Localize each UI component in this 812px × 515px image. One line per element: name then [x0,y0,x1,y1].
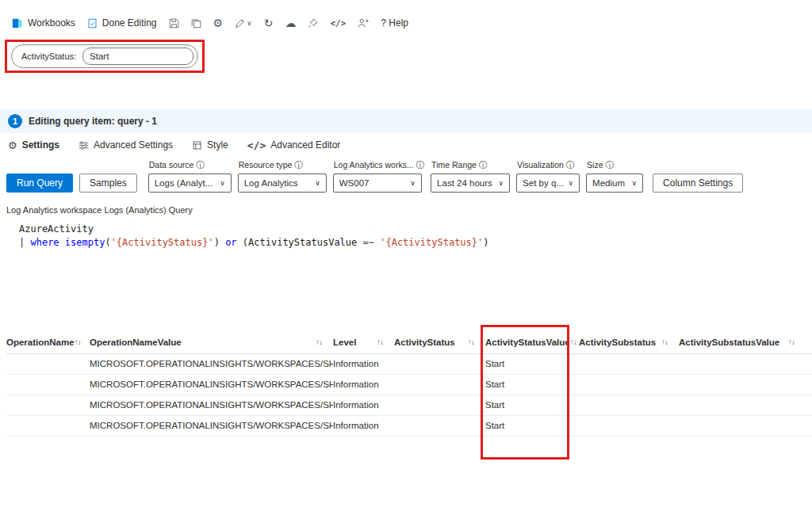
cell-operation_name_value: MICROSOFT.OPERATIONALINSIGHTS/WORKSPACES… [90,395,333,415]
query-item-header: 1 Editing query item: query - 1 [0,109,812,133]
cell-operation_name [6,354,90,374]
time-range-dropdown[interactable]: Last 24 hours ∨ [431,174,510,193]
results-grid: OperationName↑↓OperationNameValue↑↓Level… [0,330,812,437]
cell-activity_status_value: Start [485,375,579,395]
code-icon: </> [247,140,266,151]
cell-activity_substatus_value [679,354,806,374]
pin-icon[interactable] [308,18,318,29]
activity-status-input[interactable] [82,48,193,65]
tab-advanced-settings[interactable]: Advanced Settings [79,139,173,151]
cell-activity_status [394,395,485,415]
activity-status-parameter[interactable]: ActivityStatus: [11,44,198,68]
cell-activity_substatus [579,375,679,395]
cell-activity_status [394,375,485,395]
done-editing-label: Done Editing [102,17,157,29]
column-header-activitystatusvalue[interactable]: ActivityStatusValue↑↓ [485,338,579,347]
workbooks-label: Workbooks [28,17,75,29]
column-header-label: Level [333,338,356,347]
chevron-down-icon: ∨ [247,20,252,27]
samples-button[interactable]: Samples [79,174,137,193]
query-code[interactable]: AzureActivity | where isempty('{Activity… [0,223,812,254]
done-editing-button[interactable]: Done Editing [87,17,157,29]
cell-activity_substatus_value [679,375,806,395]
edit-pencil-dropdown[interactable]: ∨ [235,18,252,29]
cell-activity_substatus [579,395,679,415]
column-header-label: ActivityStatusValue [485,338,570,347]
field-time-range: Time Range ⓘ Last 24 hours ∨ [431,160,510,193]
workspace-dropdown[interactable]: WS007 ∨ [333,174,422,193]
column-header-activitysubstatusvalue[interactable]: ActivitySubstatusValue↑↓ [679,338,806,347]
cell-activity_status_value: Start [485,354,579,374]
data-source-dropdown[interactable]: Logs (Analyt... ∨ [148,174,232,193]
chevron-down-icon: ∨ [220,179,225,187]
gear-icon: ⚙ [8,140,17,151]
resource-type-dropdown[interactable]: Log Analytics ∨ [238,174,327,193]
table-row[interactable]: MICROSOFT.OPERATIONALINSIGHTS/WORKSPACES… [6,395,812,416]
save-icon[interactable] [169,18,179,29]
table-row[interactable]: MICROSOFT.OPERATIONALINSIGHTS/WORKSPACES… [6,354,812,375]
chevron-down-icon: ∨ [315,179,320,187]
column-header-operationnamevalue[interactable]: OperationNameValue↑↓ [90,338,333,347]
cell-activity_status_value: Start [485,416,579,436]
size-dropdown[interactable]: Medium ∨ [586,174,643,193]
chevron-down-icon: ∨ [499,179,504,187]
sliders-icon [79,140,89,151]
column-header-activitysubstatus[interactable]: ActivitySubstatus↑↓ [579,338,679,347]
field-workspace: Log Analytics works... ⓘ WS007 ∨ [333,160,424,193]
copy-icon[interactable] [191,18,201,29]
tab-advanced-editor[interactable]: </> Advanced Editor [247,139,341,151]
sort-arrows-icon: ↑↓ [788,338,795,346]
sort-arrows-icon: ↑↓ [377,338,383,346]
column-header-level[interactable]: Level↑↓ [333,338,394,347]
cell-level: Information [333,395,394,415]
cloud-icon[interactable]: ☁ [285,17,296,29]
cell-level: Information [333,354,394,374]
cell-operation_name_value: MICROSOFT.OPERATIONALINSIGHTS/WORKSPACES… [90,354,333,374]
run-query-button[interactable]: Run Query [6,174,73,193]
query-tabs: ⚙ Settings Advanced Settings Style </> A… [0,133,812,157]
cell-level: Information [333,416,394,436]
cell-operation_name [6,395,90,415]
column-header-activitystatus[interactable]: ActivityStatus↑↓ [394,338,485,347]
refresh-icon[interactable]: ↻ [264,17,274,29]
tab-settings[interactable]: ⚙ Settings [8,139,59,151]
help-button[interactable]: ? Help [381,17,408,29]
cell-activity_substatus [579,354,679,374]
style-layout-icon [192,140,202,151]
workbooks-logo-icon [11,17,23,29]
pencil-icon [235,18,245,29]
step-badge: 1 [8,114,22,128]
column-header-label: ActivitySubstatus [579,338,656,347]
sort-arrows-icon: ↑↓ [570,338,576,346]
field-resource-type: Resource type ⓘ Log Analytics ∨ [238,160,327,193]
tab-style[interactable]: Style [192,139,228,151]
cell-activity_substatus [579,416,679,436]
chevron-down-icon: ∨ [410,179,416,187]
sort-arrows-icon: ↑↓ [468,338,474,346]
code-icon[interactable]: </> [330,19,346,28]
workspace-label: Log Analytics works... ⓘ [333,160,424,171]
visualization-dropdown[interactable]: Set by q... ∨ [516,174,580,193]
query-caption: Log Analytics workspace Logs (Analytics)… [6,205,812,215]
cell-activity_substatus_value [679,416,806,436]
column-header-operationname[interactable]: OperationName↑↓ [6,338,90,347]
cell-activity_substatus_value [679,395,806,415]
chevron-down-icon: ∨ [569,179,574,187]
workbooks-menu[interactable]: Workbooks [11,17,75,29]
grid-body: MICROSOFT.OPERATIONALINSIGHTS/WORKSPACES… [6,354,812,437]
column-settings-button[interactable]: Column Settings [653,174,743,193]
settings-gear-icon[interactable]: ⚙ [213,17,224,29]
share-icon[interactable] [358,17,369,29]
tab-label: Settings [22,139,59,151]
sort-arrows-icon: ↑↓ [316,338,322,346]
column-header-label: ActivitySubstatusValue [679,338,779,347]
visualization-label: Visualization ⓘ [516,160,580,171]
column-header-label: OperationNameValue [90,338,182,347]
sort-arrows-icon: ↑↓ [75,338,81,346]
tab-label: Advanced Editor [270,139,340,151]
grid-header-row: OperationName↑↓OperationNameValue↑↓Level… [6,330,812,354]
table-row[interactable]: MICROSOFT.OPERATIONALINSIGHTS/WORKSPACES… [6,416,812,437]
cell-level: Information [333,375,394,395]
field-visualization: Visualization ⓘ Set by q... ∨ [516,160,580,193]
table-row[interactable]: MICROSOFT.OPERATIONALINSIGHTS/WORKSPACES… [6,375,812,395]
